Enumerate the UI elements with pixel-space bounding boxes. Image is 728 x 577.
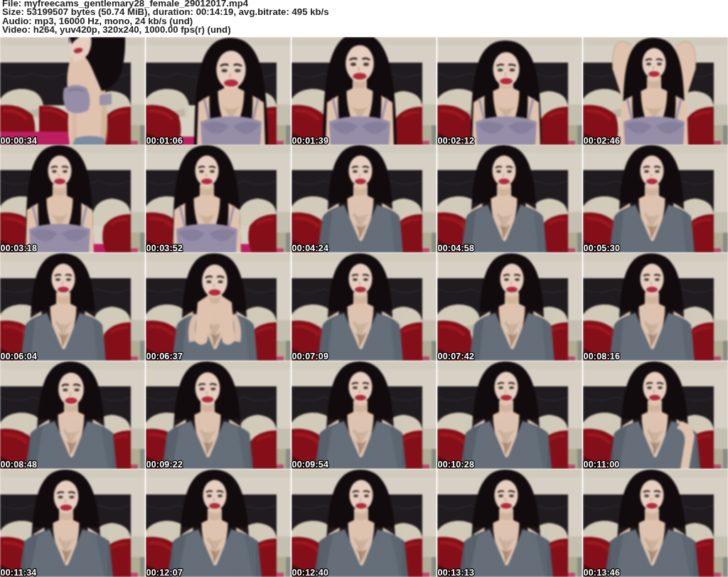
svg-text:00:11:34: 00:11:34 [1,568,37,577]
svg-text:00:04:58: 00:04:58 [438,243,475,253]
svg-text:00:00:34: 00:00:34 [1,136,38,145]
svg-text:00:09:22: 00:09:22 [146,460,183,469]
svg-text:00:03:52: 00:03:52 [146,243,183,253]
svg-text:00:02:46: 00:02:46 [584,136,621,145]
svg-text:00:02:12: 00:02:12 [438,136,475,145]
svg-text:00:12:07: 00:12:07 [146,568,183,577]
svg-text:00:12:40: 00:12:40 [292,568,329,577]
svg-text:00:05:30: 00:05:30 [584,243,621,253]
svg-text:00:04:24: 00:04:24 [292,243,329,253]
svg-text:00:01:39: 00:01:39 [292,136,329,145]
svg-text:00:07:42: 00:07:42 [438,351,475,361]
svg-text:00:13:46: 00:13:46 [584,568,621,577]
svg-text:00:09:54: 00:09:54 [292,460,329,469]
svg-text:00:07:09: 00:07:09 [292,351,329,361]
svg-text:00:06:37: 00:06:37 [146,351,183,361]
svg-text:00:08:48: 00:08:48 [1,460,38,469]
svg-text:00:10:28: 00:10:28 [438,460,475,469]
svg-text:00:08:16: 00:08:16 [584,351,621,361]
svg-text:00:06:04: 00:06:04 [1,351,38,361]
svg-text:00:03:18: 00:03:18 [1,243,38,253]
svg-text:00:11:00: 00:11:00 [584,460,620,469]
svg-text:00:01:06: 00:01:06 [146,136,183,145]
svg-text:00:13:13: 00:13:13 [438,568,475,577]
